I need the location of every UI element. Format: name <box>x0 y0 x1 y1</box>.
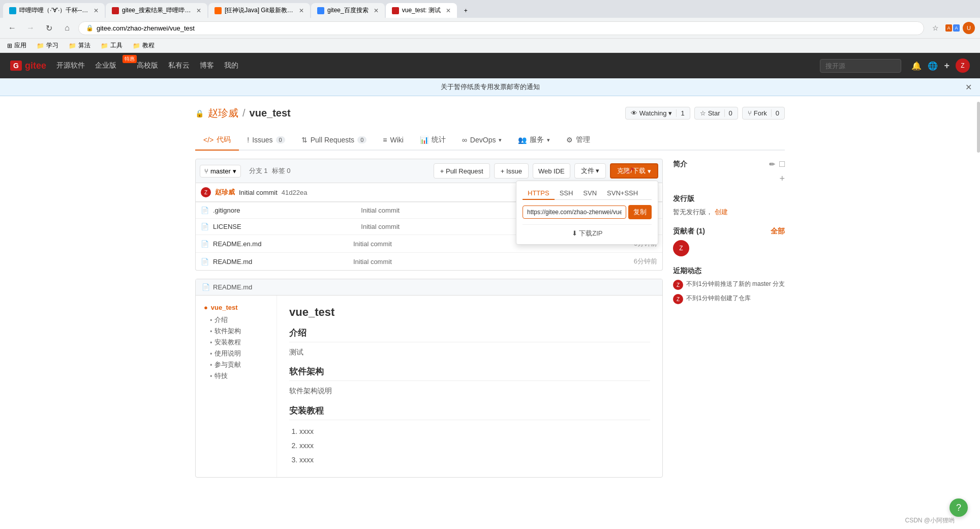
new-tab-button[interactable]: + <box>458 4 474 17</box>
extensions-icon[interactable]: A A <box>945 21 960 35</box>
webide-button[interactable]: Web IDE <box>533 163 570 179</box>
browser-tab-2[interactable]: gitee_搜索结果_哔哩哔哩_B... ✕ <box>106 3 207 18</box>
intro-edit-icon[interactable]: ✏ <box>769 160 775 168</box>
tab-code[interactable]: </> 代码 <box>195 130 239 151</box>
toc-item-contribute[interactable]: 参与贡献 <box>210 360 268 369</box>
back-button[interactable]: ← <box>5 21 19 35</box>
nav-campus[interactable]: 高校版 <box>137 59 158 72</box>
sidebar-contributors-section: 贡献者 (1) 全部 Z <box>673 227 785 256</box>
user-profile-icon[interactable]: U <box>963 22 975 34</box>
repo-tabs: </> 代码 ! Issues 0 ⇅ Pull Requests 0 ≡ Wi… <box>195 130 785 151</box>
clone-url-input[interactable] <box>523 205 626 219</box>
file-name-readme-en[interactable]: README.en.md <box>213 240 353 248</box>
toc-item-arch[interactable]: 软件架构 <box>210 327 268 336</box>
tab-pr[interactable]: ⇅ Pull Requests 0 <box>293 130 375 151</box>
releases-create-link[interactable]: 创建 <box>715 208 728 216</box>
fork-button[interactable]: ⑂ Fork 0 <box>742 107 785 120</box>
clone-tab-ssh[interactable]: SSH <box>555 187 578 199</box>
clone-copy-button[interactable]: 复制 <box>628 205 652 219</box>
star-count: 0 <box>724 109 732 117</box>
sidebar-add-icon[interactable]: + <box>779 173 785 184</box>
forward-button[interactable]: → <box>23 21 38 35</box>
help-button[interactable]: ? <box>950 498 968 517</box>
browser-tab-3[interactable]: [狂神说Java] Git最新教程连... ✕ <box>208 3 310 18</box>
repo-owner-link[interactable]: 赵珍威 <box>208 106 238 120</box>
clone-tab-svn[interactable]: SVN <box>578 187 602 199</box>
sidebar-intro-section: 简介 ✏ □ + <box>673 159 785 184</box>
browser-tab-4[interactable]: gitee_百度搜索 ✕ <box>311 3 385 18</box>
toc-item-tricks[interactable]: 特技 <box>210 371 268 380</box>
watching-button[interactable]: 👁 Watching ▾ 1 <box>625 107 690 120</box>
bookmark-algorithm[interactable]: 📁 算法 <box>67 40 93 51</box>
file-name-gitignore[interactable]: .gitignore <box>213 207 361 214</box>
nav-search-input[interactable] <box>820 59 901 73</box>
star-label: Star <box>708 109 720 117</box>
issue-button[interactable]: + Issue <box>494 163 529 179</box>
toc-item-install[interactable]: 安装教程 <box>210 338 268 347</box>
devops-icon: ∞ <box>462 136 467 144</box>
branch-selector[interactable]: ⑂ master ▾ <box>200 165 241 178</box>
branches-count: 分支 1 <box>249 166 268 175</box>
home-button[interactable]: ⌂ <box>60 21 74 35</box>
activity-item-1: Z 不到1分钟前推送了新的 master 分支 <box>673 280 785 290</box>
nav-blog[interactable]: 博客 <box>200 59 214 72</box>
commit-hash: 41d22ea <box>282 189 308 196</box>
contributors-all-link[interactable]: 全部 <box>771 227 785 236</box>
tab-favicon-1 <box>9 7 16 14</box>
pull-request-button[interactable]: + Pull Request <box>434 163 490 179</box>
tab-close-1[interactable]: ✕ <box>94 7 99 14</box>
toc-item-usage[interactable]: 使用说明 <box>210 349 268 358</box>
file-button[interactable]: 文件 ▾ <box>574 163 606 179</box>
tags-count: 标签 0 <box>272 166 291 175</box>
tab-manage[interactable]: ⚙ 管理 <box>558 130 598 151</box>
star-button[interactable]: ☆ Star 0 <box>694 107 738 120</box>
readme-section-install: 安装教程 <box>289 405 650 420</box>
browser-tab-5[interactable]: vue_test: 测试 ✕ <box>386 3 457 18</box>
nav-enterprise[interactable]: 企业版 特惠 <box>95 59 127 72</box>
nav-mine[interactable]: 我的 <box>224 59 238 72</box>
stats-icon: 📊 <box>420 136 428 144</box>
reload-button[interactable]: ↻ <box>42 21 56 35</box>
contributor-avatar-1[interactable]: Z <box>673 240 689 256</box>
notification-bell-icon[interactable]: 🔔 <box>911 61 922 71</box>
nav-explore-icon[interactable]: 🌐 <box>928 61 938 71</box>
tab-devops[interactable]: ∞ DevOps ▾ <box>454 130 510 151</box>
nav-plus-icon[interactable]: + <box>944 61 950 71</box>
user-avatar[interactable]: Z <box>956 58 970 73</box>
bookmark-tutorials[interactable]: 📁 教程 <box>131 40 157 51</box>
toc-item-intro[interactable]: 介绍 <box>210 315 268 325</box>
sidebar-contributors-title: 贡献者 (1) 全部 <box>673 227 785 236</box>
readme-header-title: README.md <box>213 283 252 291</box>
tab-wiki[interactable]: ≡ Wiki <box>375 130 412 151</box>
tab-services[interactable]: 👥 服务 ▾ <box>510 130 558 151</box>
tab-close-3[interactable]: ✕ <box>299 7 304 14</box>
nav-opensource[interactable]: 开源软件 <box>56 59 85 72</box>
commit-message: Initial commit <box>239 189 278 196</box>
branch-dropdown-icon: ▾ <box>233 167 236 175</box>
address-bar[interactable]: 🔒 gitee.com/zhao-zhenwei/vue_test <box>78 21 924 35</box>
bookmark-apps[interactable]: ⊞ 应用 <box>5 40 28 51</box>
file-name-license[interactable]: LICENSE <box>213 223 361 230</box>
tab-close-5[interactable]: ✕ <box>446 7 451 14</box>
right-scrollbar[interactable] <box>977 102 980 153</box>
clone-tab-https[interactable]: HTTPS <box>523 187 555 200</box>
nav-private-cloud[interactable]: 私有云 <box>168 59 190 72</box>
activity-avatar-2: Z <box>673 294 683 304</box>
notice-close-button[interactable]: ✕ <box>965 82 972 92</box>
clone-tab-svnplusssh[interactable]: SVN+SSH <box>602 187 643 199</box>
issues-icon: ! <box>247 136 249 144</box>
bookmark-tools[interactable]: 📁 工具 <box>99 40 125 51</box>
browser-tab-1[interactable]: 哔哩哔哩（·'∀'·）千杯--bili... ✕ <box>3 3 105 18</box>
file-time-readme: 6分钟前 <box>634 257 657 266</box>
file-name-readme[interactable]: README.md <box>213 258 353 266</box>
repo-name-link[interactable]: vue_test <box>250 107 291 119</box>
bookmark-study[interactable]: 📁 学习 <box>35 40 60 51</box>
clone-download-zip[interactable]: ⬇ 下载ZIP <box>523 224 652 238</box>
tab-close-2[interactable]: ✕ <box>196 7 201 14</box>
gitee-logo[interactable]: G gitee <box>10 61 46 71</box>
tab-close-4[interactable]: ✕ <box>374 7 379 14</box>
tab-stats[interactable]: 📊 统计 <box>412 130 454 151</box>
bookmark-icon[interactable]: ☆ <box>928 21 942 35</box>
tab-issues[interactable]: ! Issues 0 <box>239 130 293 151</box>
intro-expand-icon[interactable]: □ <box>779 159 785 169</box>
